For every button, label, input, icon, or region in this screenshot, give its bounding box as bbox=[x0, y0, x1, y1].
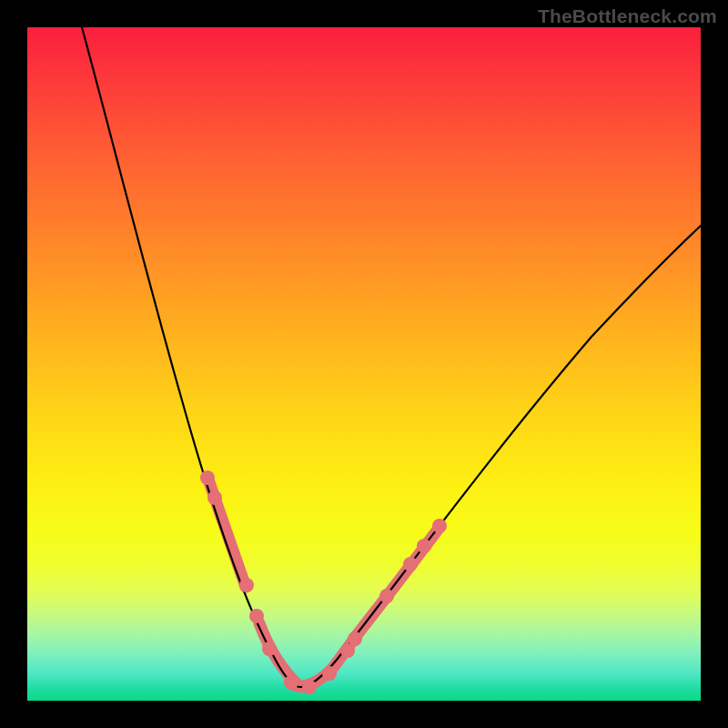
highlight-dots bbox=[200, 470, 447, 694]
dot bbox=[348, 632, 362, 646]
dot bbox=[262, 642, 277, 656]
dot bbox=[200, 470, 215, 485]
dot bbox=[207, 490, 222, 505]
dot bbox=[403, 557, 418, 571]
dot bbox=[322, 666, 337, 681]
dot bbox=[284, 675, 298, 690]
dot bbox=[239, 578, 254, 592]
curve-layer bbox=[27, 27, 701, 701]
dot bbox=[379, 589, 394, 603]
curve-right-branch bbox=[300, 226, 701, 687]
dot bbox=[302, 680, 317, 694]
watermark-text: TheBottleneck.com bbox=[538, 5, 717, 27]
dot bbox=[417, 539, 431, 553]
chart-stage: TheBottleneck.com bbox=[0, 0, 728, 728]
plot-area bbox=[27, 27, 701, 701]
curve-left-branch bbox=[82, 27, 300, 687]
dot bbox=[432, 519, 447, 533]
dot bbox=[249, 609, 264, 623]
